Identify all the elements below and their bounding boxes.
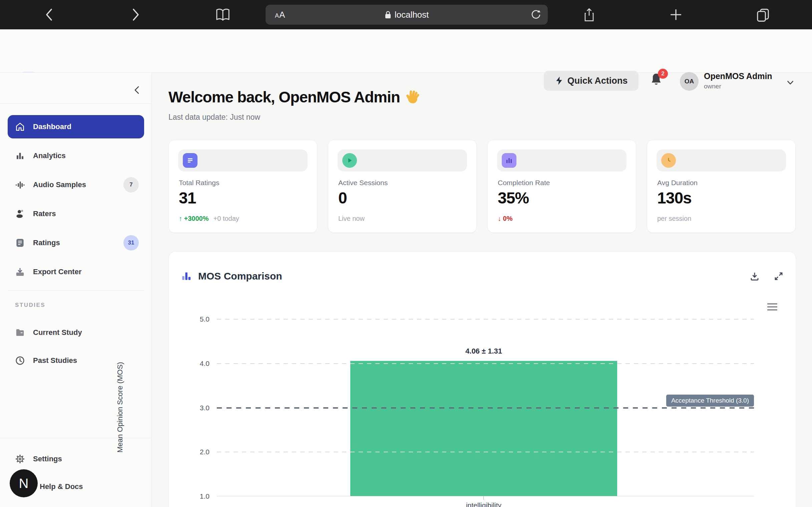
chart-title: MOS Comparison — [198, 271, 282, 282]
y-axis-title: Mean Opinion Score (MOS) — [116, 319, 124, 496]
ratings-doc-icon — [183, 153, 198, 168]
stat-card-avg-duration: Avg Duration 130s per session — [647, 140, 796, 233]
stat-card-completion-rate: Completion Rate 35% ↓ 0% — [487, 140, 636, 233]
clock-icon — [661, 153, 676, 168]
stat-card-active-sessions: Active Sessions 0 Live now — [328, 140, 477, 233]
sidebar-section-studies: STUDIES — [15, 302, 45, 308]
history-clock-icon — [15, 355, 25, 365]
sidebar-item-ratings[interactable]: Ratings 31 — [8, 231, 144, 255]
nextjs-dev-badge[interactable]: N — [10, 469, 38, 497]
bar-chart-icon — [15, 151, 25, 161]
x-category-label: intelligibility — [350, 501, 617, 507]
document-lines-icon — [15, 238, 25, 248]
y-tick-label: 5.0 — [188, 315, 210, 323]
lightning-icon — [555, 76, 563, 86]
audio-samples-count-badge: 7 — [123, 177, 139, 192]
folder-icon — [15, 328, 25, 338]
sidebar-collapse-button[interactable] — [129, 83, 144, 97]
y-tick-label: 4.0 — [188, 359, 210, 368]
play-icon — [342, 153, 357, 168]
url-bar[interactable]: AA localhost — [266, 5, 548, 25]
quick-actions-button[interactable]: Quick Actions — [544, 71, 639, 91]
ratings-count-badge: 31 — [123, 235, 139, 250]
y-tick-label: 1.0 — [188, 492, 210, 500]
completion-bars-icon — [502, 153, 517, 168]
plot-area: Mean Opinion Score (MOS) 4.06 ± 1.31 Acc… — [217, 319, 754, 496]
sidebar-item-analytics[interactable]: Analytics — [8, 144, 144, 167]
sidebar-item-audio-samples[interactable]: Audio Samples 7 — [8, 173, 144, 196]
sidebar-item-export-center[interactable]: Export Center — [8, 260, 144, 284]
last-update-text: Last data update: Just now — [168, 113, 260, 122]
gear-icon — [15, 454, 25, 464]
home-icon — [15, 122, 25, 132]
user-role: owner — [704, 83, 721, 90]
share-icon[interactable] — [580, 0, 598, 30]
delta-up: ↑ +3000% — [179, 215, 209, 222]
x-axis-tick — [483, 496, 484, 500]
threshold-line — [217, 407, 754, 409]
user-avatar[interactable]: OA — [680, 72, 699, 91]
chevron-down-icon[interactable] — [786, 78, 795, 87]
lock-icon — [385, 10, 391, 19]
notification-count-badge: 2 — [658, 69, 668, 79]
y-tick-label: 2.0 — [188, 448, 210, 456]
page-title: Welcome back, OpenMOS Admin — [168, 88, 421, 106]
browser-back-button[interactable] — [41, 0, 57, 30]
audio-waveform-icon — [15, 180, 25, 190]
mos-bar[interactable] — [350, 361, 617, 496]
delta-down: ↓ 0% — [498, 215, 512, 222]
bar-value-label: 4.06 ± 1.31 — [350, 347, 617, 355]
browser-forward-button[interactable] — [127, 0, 144, 30]
text-size-button[interactable]: AA — [275, 10, 285, 20]
notifications-button[interactable]: 2 — [649, 72, 666, 91]
user-icon — [15, 209, 25, 219]
mos-comparison-card: MOS Comparison Mean Opinion Score (MOS) … — [168, 251, 796, 507]
tab-overview-icon[interactable] — [753, 0, 773, 30]
y-tick-label: 3.0 — [188, 404, 210, 412]
user-name: OpenMOS Admin — [704, 71, 772, 81]
download-tray-icon — [15, 267, 25, 277]
reload-button[interactable] — [531, 9, 541, 20]
waving-hand-icon — [405, 90, 421, 105]
threshold-label: Acceptance Threshold (3.0) — [666, 395, 754, 407]
sidebar-item-dashboard[interactable]: Dashboard — [8, 115, 144, 138]
expand-chart-button[interactable] — [774, 271, 783, 281]
stat-card-total-ratings: Total Ratings 31 ↑ +3000% +0 today — [168, 140, 317, 233]
app-header: OpenMOS Quick Actions 2 OA OpenMOS Admin… — [0, 30, 812, 73]
browser-chrome: AA localhost — [0, 0, 812, 30]
chart-context-menu-button[interactable] — [767, 303, 777, 312]
sidebar-item-raters[interactable]: Raters — [8, 202, 144, 225]
chart-title-icon — [181, 271, 192, 282]
bookmarks-icon[interactable] — [214, 0, 232, 30]
download-chart-button[interactable] — [750, 271, 760, 281]
url-text: localhost — [395, 10, 429, 20]
sidebar: Dashboard Analytics Audio Samples 7 Rate… — [0, 73, 152, 507]
new-tab-icon[interactable] — [667, 0, 685, 30]
